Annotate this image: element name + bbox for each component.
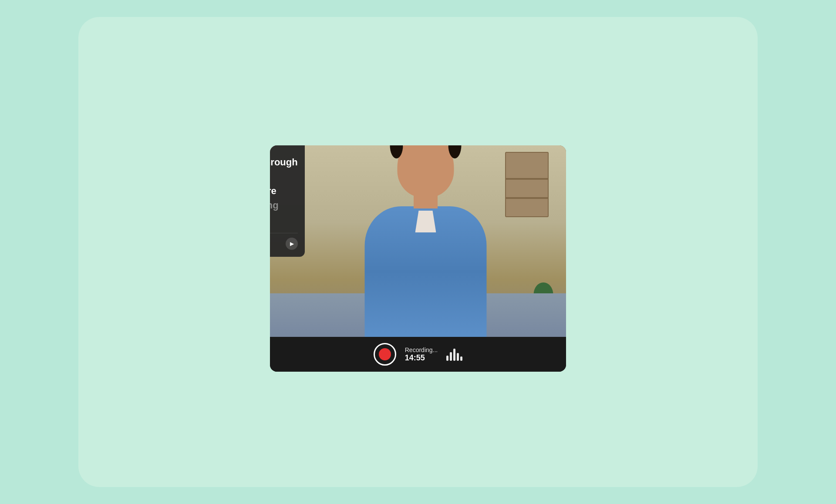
audio-bar-2 [450,352,452,361]
teleprompter-footer: ↺ Aa ▶ [270,233,298,250]
video-area [270,145,566,337]
video-person [350,154,502,337]
audio-bar-5 [460,356,462,361]
person-head [398,145,454,198]
recording-time: 14:55 [405,353,425,363]
teleprompter-text: My biggest piece of advice is to think t… [270,145,298,227]
teleprompter-panel: × My biggest piece of advice is to think… [270,145,305,257]
record-button[interactable] [374,343,396,366]
teleprompter-play-button[interactable]: ▶ [286,238,298,250]
audio-level-bars [446,348,462,361]
record-dot-icon [379,348,391,360]
shirt-collar [408,211,443,232]
audio-bar-1 [446,356,448,361]
audio-bar-4 [457,353,459,361]
background-shelf [505,152,549,217]
recorder-bottom-bar: Recording... 14:55 [270,337,566,372]
play-icon: ▶ [290,241,294,247]
recording-label: Recording... [405,346,438,353]
audio-bar-3 [453,349,455,361]
recorder-window: Recording... 14:55 × M [270,145,566,372]
teleprompter-text-faded: into creating content. [270,200,279,225]
recording-info: Recording... 14:55 [405,346,438,363]
outer-card: Recording... 14:55 × M [78,17,758,487]
person-body [365,206,487,337]
